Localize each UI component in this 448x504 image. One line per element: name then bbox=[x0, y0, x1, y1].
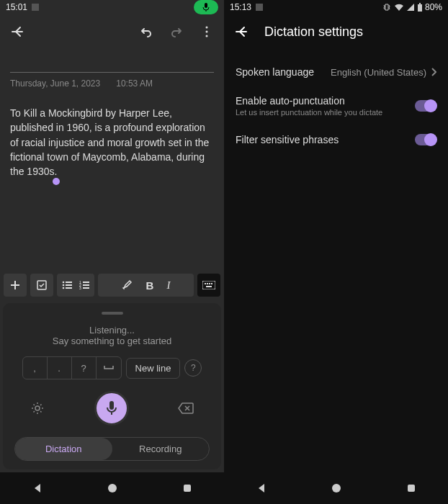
format-toolbar: 123 B I bbox=[0, 270, 224, 300]
svg-rect-12 bbox=[83, 282, 89, 283]
add-button[interactable] bbox=[4, 274, 27, 297]
row-filter-phrases[interactable]: Filter sensitive phrases bbox=[236, 125, 436, 154]
status-bar-left: 15:01 bbox=[0, 0, 224, 14]
italic-icon: I bbox=[166, 279, 170, 292]
newline-button[interactable]: New line bbox=[126, 358, 181, 379]
highlight-icon bbox=[122, 279, 133, 291]
svg-rect-14 bbox=[83, 284, 89, 286]
svg-rect-19 bbox=[207, 283, 208, 284]
tab-dictation[interactable]: Dictation bbox=[15, 438, 112, 460]
row-value: English (United States) bbox=[331, 67, 426, 78]
nav-home-icon[interactable] bbox=[107, 483, 117, 493]
app-bar-right: Dictation settings bbox=[224, 14, 448, 49]
dictation-panel: Listening... Say something to get starte… bbox=[3, 303, 221, 469]
backspace-icon bbox=[178, 402, 194, 414]
page-title: Dictation settings bbox=[264, 24, 363, 40]
signal-icon bbox=[406, 3, 415, 12]
svg-point-29 bbox=[332, 484, 341, 492]
bold-icon: B bbox=[146, 279, 154, 292]
back-button[interactable] bbox=[233, 23, 250, 40]
punctuation-group: , . ? bbox=[22, 356, 122, 379]
note-text[interactable]: To Kill a Mockingbird by Harper Lee, pub… bbox=[10, 106, 214, 179]
mic-record-button[interactable] bbox=[94, 391, 129, 426]
svg-point-1 bbox=[206, 27, 208, 29]
undo-icon bbox=[139, 24, 153, 39]
svg-point-25 bbox=[108, 484, 117, 492]
arrow-left-icon bbox=[10, 24, 24, 39]
svg-point-2 bbox=[206, 31, 208, 33]
space-button[interactable] bbox=[97, 357, 121, 379]
keyboard-button[interactable] bbox=[197, 274, 220, 297]
undo-button[interactable] bbox=[138, 23, 155, 40]
mic-icon bbox=[202, 3, 210, 12]
text-style-group[interactable]: B I bbox=[98, 274, 194, 297]
row-spoken-language[interactable]: Spoken language English (United States) bbox=[236, 58, 436, 86]
bullet-list-icon bbox=[62, 281, 72, 289]
comma-button[interactable]: , bbox=[23, 357, 48, 379]
list-buttons[interactable]: 123 bbox=[57, 274, 94, 297]
number-list-icon: 123 bbox=[79, 281, 89, 289]
svg-rect-17 bbox=[202, 281, 215, 289]
toggle-auto-punctuation[interactable] bbox=[415, 100, 436, 112]
mic-indicator-pill[interactable] bbox=[194, 0, 218, 14]
drag-handle[interactable] bbox=[102, 312, 123, 315]
help-button[interactable]: ? bbox=[184, 359, 202, 377]
text-cursor-handle[interactable] bbox=[53, 178, 60, 185]
back-button[interactable] bbox=[9, 23, 26, 40]
note-body[interactable]: Thursday, June 1, 2023 10:53 AM To Kill … bbox=[0, 49, 224, 270]
svg-point-23 bbox=[35, 406, 40, 410]
nav-back-icon[interactable] bbox=[256, 483, 266, 493]
nav-recent-icon[interactable] bbox=[183, 484, 192, 492]
chevron-right-icon bbox=[431, 68, 436, 76]
svg-rect-22 bbox=[206, 286, 212, 287]
toggle-filter-phrases[interactable] bbox=[415, 134, 436, 145]
svg-rect-0 bbox=[205, 3, 207, 8]
row-label: Enable auto-punctuation bbox=[236, 95, 382, 107]
question-button[interactable]: ? bbox=[72, 357, 97, 379]
battery-percent: 80% bbox=[425, 2, 442, 12]
divider bbox=[10, 72, 214, 73]
more-vertical-icon bbox=[205, 26, 208, 37]
mic-icon bbox=[106, 400, 117, 416]
note-time: 10:53 AM bbox=[116, 78, 153, 89]
svg-rect-26 bbox=[184, 485, 191, 492]
svg-text:3: 3 bbox=[79, 286, 81, 289]
svg-rect-21 bbox=[211, 283, 212, 284]
svg-rect-30 bbox=[408, 485, 415, 492]
row-auto-punctuation[interactable]: Enable auto-punctuation Let us insert pu… bbox=[236, 86, 436, 125]
svg-rect-20 bbox=[209, 283, 210, 284]
notification-indicator bbox=[32, 4, 39, 11]
checklist-button[interactable] bbox=[30, 274, 53, 297]
svg-rect-6 bbox=[66, 282, 72, 283]
nav-recent-icon[interactable] bbox=[407, 484, 416, 492]
notification-indicator bbox=[256, 4, 263, 11]
note-date: Thursday, June 1, 2023 bbox=[10, 78, 100, 89]
backspace-button[interactable] bbox=[178, 402, 194, 414]
svg-rect-28 bbox=[419, 3, 421, 4]
status-bar-right: 15:13 80% bbox=[224, 0, 448, 14]
android-navbar-left bbox=[0, 472, 224, 504]
wifi-icon bbox=[394, 3, 404, 12]
row-subtitle: Let us insert punctuation while you dict… bbox=[236, 108, 382, 117]
app-bar-left bbox=[0, 14, 224, 49]
svg-point-9 bbox=[63, 287, 65, 289]
svg-point-7 bbox=[63, 284, 65, 287]
android-navbar-right bbox=[224, 472, 448, 504]
svg-point-3 bbox=[206, 35, 208, 37]
plus-icon bbox=[9, 279, 21, 291]
more-button[interactable] bbox=[198, 23, 215, 40]
checkbox-icon bbox=[36, 279, 48, 291]
gear-icon bbox=[30, 401, 45, 415]
listening-title: Listening... bbox=[9, 325, 215, 336]
tab-recording[interactable]: Recording bbox=[112, 438, 210, 460]
listening-subtitle: Say something to get started bbox=[9, 336, 215, 346]
svg-rect-10 bbox=[66, 287, 72, 289]
settings-gear-button[interactable] bbox=[30, 401, 45, 415]
svg-rect-8 bbox=[66, 284, 72, 286]
battery-icon bbox=[417, 3, 423, 12]
nav-home-icon[interactable] bbox=[331, 483, 341, 493]
row-label: Filter sensitive phrases bbox=[236, 134, 339, 145]
period-button[interactable]: . bbox=[48, 357, 72, 379]
row-label: Spoken language bbox=[236, 66, 314, 78]
nav-back-icon[interactable] bbox=[32, 483, 42, 493]
